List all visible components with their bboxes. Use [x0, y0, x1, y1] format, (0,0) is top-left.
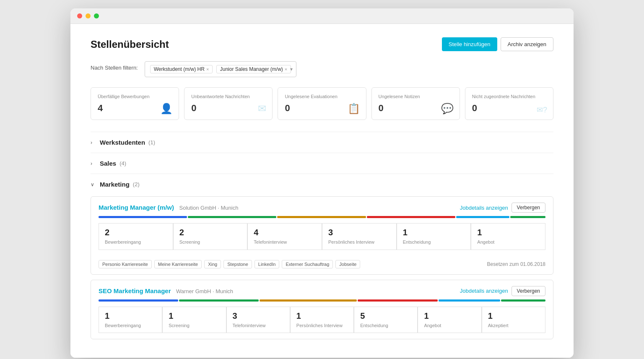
job-card-1-actions: Jobdetails anzeigen Verbergen [460, 203, 545, 213]
group-marketing: ∨ Marketing (2) Marketing Manager (m/w) … [91, 174, 553, 344]
group-werkstudenten-header[interactable]: › Werkstudenten (1) [91, 137, 553, 148]
stage-1-entscheidung[interactable]: 1 Entscheidung [397, 223, 471, 250]
bar-2-yellow [260, 299, 357, 302]
stage-1-bewerbereingang[interactable]: 2 Bewerbereingang [99, 223, 173, 250]
stage-2-bewerbereingang[interactable]: 1 Bewerbereingang [99, 307, 162, 333]
job-card-1-title-area: Marketing Manager (m/w) Solution GmbH · … [99, 204, 238, 211]
group-werkstudenten-count: (1) [148, 139, 155, 146]
job-card-1-stages: 2 Bewerbereingang 2 Screening 4 Telefoni… [91, 223, 553, 255]
job-card-2-header: SEO Marketing Manager Warner GmbH · Muni… [91, 280, 553, 299]
tag-stepstone[interactable]: Stepstone [223, 260, 252, 268]
bar-2-darkgreen [501, 299, 545, 302]
stage-2-telefoninterview[interactable]: 3 Telefoninterview [226, 307, 290, 333]
stage-1-screening[interactable]: 2 Screening [173, 223, 248, 250]
filter-dropdown[interactable]: Werkstudent (m/w) HR × Junior Sales Mana… [145, 61, 297, 77]
bar-1-cyan [456, 216, 509, 218]
group-marketing-header[interactable]: ∨ Marketing (2) [91, 179, 553, 190]
stage-2-angebot[interactable]: 1 Angebot [418, 307, 481, 333]
group-werkstudenten-arrow: › [91, 140, 96, 146]
stat-unassigned-label: Nicht zugeordnete Nachrichten [472, 94, 546, 99]
job-card-2-stages: 1 Bewerbereingang 1 Screening 3 Telefoni… [91, 307, 553, 339]
job-card-2-pipeline-bars [91, 299, 553, 302]
job-card-1-hide-button[interactable]: Verbergen [512, 203, 545, 213]
job-card-1-pipeline-bars [91, 216, 553, 218]
job-card-1-details-link[interactable]: Jobdetails anzeigen [460, 203, 508, 213]
filter-tag-werkstudent: Werkstudent (m/w) HR × [150, 65, 213, 73]
marketing-jobs: Marketing Manager (m/w) Solution GmbH · … [91, 196, 553, 339]
bar-2-blue [99, 299, 178, 302]
remove-tag-1[interactable]: × [285, 67, 287, 72]
page-title: Stellenübersicht [91, 39, 169, 50]
add-job-button[interactable]: Stelle hinzufügen [442, 37, 497, 51]
job-card-2-company: Warner GmbH · Munich [176, 288, 233, 294]
job-card-1-title-link[interactable]: Marketing Manager (m/w) [99, 204, 174, 211]
group-sales-name: Sales [100, 160, 116, 167]
stage-2-entscheidung[interactable]: 5 Entscheidung [354, 307, 418, 333]
stage-1-angebot[interactable]: 1 Angebot [471, 223, 545, 250]
group-marketing-name: Marketing [100, 181, 130, 188]
stat-overdue-icon: 👤 [160, 103, 173, 114]
job-card-2-actions: Jobdetails anzeigen Verbergen [460, 286, 545, 296]
bar-2-red [358, 299, 437, 302]
stat-messages: Unbeantwortete Nachrichten 0 ✉ [184, 87, 273, 120]
stage-2-persoenliches[interactable]: 1 Persönliches Interview [290, 307, 354, 333]
stage-1-persoenliches[interactable]: 3 Persönliches Interview [322, 223, 397, 250]
dot-green [94, 13, 99, 18]
tag-meine[interactable]: Meine Karriereseite [154, 260, 202, 268]
stat-unassigned-icon: ✉? [537, 105, 547, 114]
stat-evaluations-icon: 📋 [348, 103, 360, 114]
stats-row: Überfällige Bewerbungen 4 👤 Unbeantworte… [91, 87, 553, 120]
group-sales-header[interactable]: › Sales (4) [91, 158, 553, 169]
filter-row: Nach Stellen filtern: Werkstudent (m/w) … [91, 61, 553, 77]
tag-personio[interactable]: Personio Karriereseite [99, 260, 152, 268]
tag-externer[interactable]: Externer Suchauftrag [282, 260, 333, 268]
stat-notes: Ungelesene Notizen 0 💬 [371, 87, 460, 120]
tag-jobseite[interactable]: Jobseite [335, 260, 360, 268]
stat-messages-icon: ✉ [258, 103, 266, 114]
job-card-2-hide-button[interactable]: Verbergen [512, 286, 545, 296]
group-werkstudenten-name: Werkstudenten [100, 139, 145, 146]
page-header: Stellenübersicht Stelle hinzufügen Archi… [91, 37, 553, 51]
page-content: Stellenübersicht Stelle hinzufügen Archi… [70, 24, 574, 358]
filter-tag-sales: Junior Sales Manager (m/w) × [216, 65, 291, 73]
filter-label: Nach Stellen filtern: [91, 61, 138, 71]
stage-2-akzeptiert[interactable]: 1 Akzeptiert [482, 307, 545, 333]
job-card-1-tags: Personio Karriereseite Meine Karrieresei… [99, 260, 360, 268]
bar-1-darkgreen [510, 216, 545, 218]
stat-notes-icon: 💬 [441, 103, 454, 114]
group-sales: › Sales (4) [91, 153, 553, 174]
group-werkstudenten: › Werkstudenten (1) [91, 132, 553, 153]
bar-1-yellow [277, 216, 366, 218]
job-card-2-title-link[interactable]: SEO Marketing Manager [99, 287, 171, 294]
tag-xing[interactable]: Xing [204, 260, 221, 268]
job-card-seo: SEO Marketing Manager Warner GmbH · Muni… [91, 280, 553, 339]
archive-button[interactable]: Archiv anzeigen [501, 37, 554, 51]
stage-1-telefoninterview[interactable]: 4 Telefoninterview [247, 223, 322, 250]
group-sales-arrow: › [91, 161, 96, 166]
job-card-marketing-manager: Marketing Manager (m/w) Solution GmbH · … [91, 196, 553, 274]
group-sales-count: (4) [119, 160, 126, 166]
stat-evaluations: Ungelesene Evaluationen 0 📋 [278, 87, 366, 120]
job-card-1-company: Solution GmbH · Munich [179, 205, 238, 211]
stat-notes-label: Ungelesene Notizen [379, 94, 453, 99]
job-card-1-deadline: Besetzen zum 01.06.2018 [487, 261, 545, 267]
job-card-1-header: Marketing Manager (m/w) Solution GmbH · … [91, 197, 553, 216]
dot-red [77, 13, 82, 18]
header-buttons: Stelle hinzufügen Archiv anzeigen [442, 37, 553, 51]
tag-linkedin[interactable]: LinkedIn [254, 260, 280, 268]
browser-window: Stellenübersicht Stelle hinzufügen Archi… [70, 8, 574, 358]
stat-evaluations-label: Ungelesene Evaluationen [285, 94, 359, 99]
stat-unassigned: Nicht zugeordnete Nachrichten 0 ✉? [465, 87, 553, 120]
stat-messages-label: Unbeantwortete Nachrichten [191, 94, 265, 99]
job-card-2-details-link[interactable]: Jobdetails anzeigen [460, 286, 508, 296]
remove-tag-0[interactable]: × [206, 67, 209, 72]
bar-2-cyan [439, 299, 501, 302]
dot-yellow [86, 13, 91, 18]
bar-1-blue [99, 216, 187, 218]
stage-2-screening[interactable]: 1 Screening [162, 307, 226, 333]
group-marketing-arrow: ∨ [91, 182, 96, 187]
stat-unassigned-value: 0 [472, 103, 546, 114]
stat-messages-value: 0 [191, 103, 265, 114]
stat-overdue: Überfällige Bewerbungen 4 👤 [91, 87, 179, 120]
group-marketing-count: (2) [133, 181, 140, 187]
